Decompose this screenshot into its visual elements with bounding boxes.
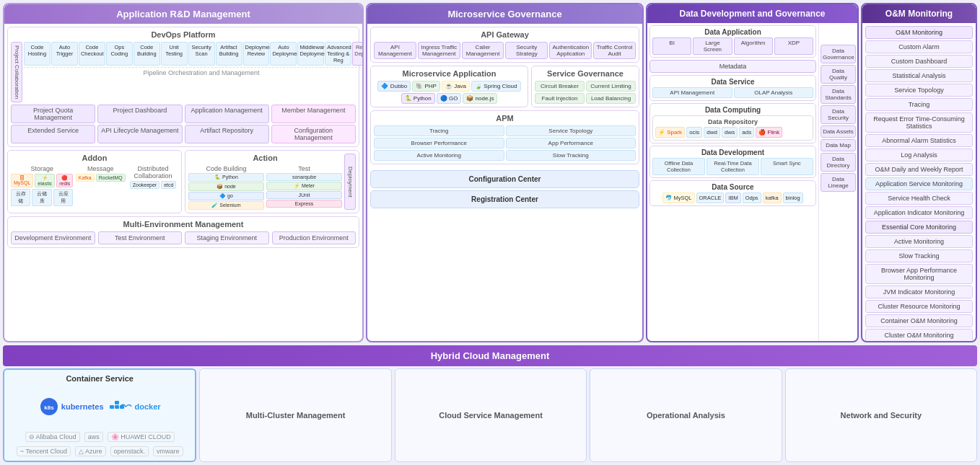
storage-icon-3: 云应用 — [53, 189, 73, 206]
tab-multi-cluster[interactable]: Multi-Cluster Management — [199, 368, 391, 462]
container-logos: k8s kubernetes docker — [39, 397, 161, 417]
vendor-alibaba: ⊖ Alibaba Cloud — [25, 432, 80, 442]
msg-icon-kafka: Kafka — [76, 174, 95, 182]
action-inner: Action Code Building 🐍 Python 📦 node 🔷 g… — [188, 154, 342, 210]
project-item: API Lifecycle Management — [97, 125, 182, 143]
svg-rect-5 — [115, 401, 119, 404]
src-binlog: binlog — [783, 192, 803, 203]
storage-icon-redis: 🔴 redis — [56, 174, 73, 187]
om-item-cluster-om[interactable]: Cluster O&M Monitoring — [865, 329, 973, 341]
data-svc-olap: OLAP Analysis — [734, 87, 814, 98]
pipeline-item: Deployment Review — [243, 42, 270, 66]
data-svc-title: Data Service — [652, 78, 813, 86]
reg-center: Registration Center — [370, 190, 639, 208]
data-app-bi: BI — [652, 37, 691, 55]
action-col-cb: Code Building — [188, 165, 264, 172]
om-item-app-svc[interactable]: Application Service Monitoring — [865, 177, 973, 190]
dist-icon-zk: Zookeeper — [130, 181, 159, 189]
storage-icon-mysql: 🗄 MySQL — [11, 174, 33, 187]
apm-section: APM Tracing Service Topology Browser Per… — [370, 110, 639, 164]
addon-message: Message Kafka RocketMQ — [75, 165, 126, 206]
addon-distributed: Distributed Collaboration Zookeeper etcd — [128, 165, 178, 206]
om-item-stats[interactable]: Statistical Analysis — [865, 69, 973, 82]
om-item-req-err[interactable]: Request Error Time-Consuming Statistics — [865, 112, 973, 133]
micro-app-title: Microservice Application — [374, 69, 525, 78]
gov-circuit: Circuit Breaker — [535, 81, 585, 92]
lang-java: ☕ Java — [442, 81, 470, 92]
apm-tracing: Tracing — [374, 125, 504, 136]
om-item-tracing[interactable]: Tracing — [865, 98, 973, 111]
om-item-monitoring[interactable]: O&M Monitoring — [865, 26, 973, 39]
src-odps: Odps — [743, 192, 761, 203]
project-item: Extended Service — [11, 125, 95, 143]
om-item-active[interactable]: Active Monitoring — [865, 235, 973, 248]
src-kafka: kafka — [763, 192, 782, 203]
om-item-alarm[interactable]: Custom Alarm — [865, 40, 973, 53]
hybrid-cloud-title: Hybrid Cloud Management — [431, 350, 550, 361]
pipeline-item: Security Scan — [188, 42, 215, 66]
action-item: 🧪 Selenium — [188, 201, 264, 210]
api-gateway-title: API Gateway — [374, 30, 636, 39]
main-content-row: Application R&D Management DevOps Platfo… — [0, 0, 980, 345]
api-gateway-section: API Gateway API Management Ingress Traff… — [370, 27, 639, 63]
om-item-weekly[interactable]: O&M Daily and Weekly Report — [865, 163, 973, 176]
om-item-dashboard[interactable]: Custom Dashboard — [865, 55, 973, 68]
data-service-section: Data Service API Management OLAP Analysi… — [649, 75, 816, 101]
label-lineage: Data Lineage — [821, 173, 856, 192]
action-item: ⚡ Meter — [266, 182, 342, 190]
data-src-title: Data Source — [652, 183, 813, 191]
om-item-health[interactable]: Service Health Check — [865, 192, 973, 205]
lang-python: 🐍 Python — [401, 93, 435, 104]
om-item-slow[interactable]: Slow Tracking — [865, 249, 973, 262]
docker-logo: docker — [110, 399, 161, 414]
lang-dubbo: 🔷 Dubbo — [377, 81, 411, 92]
tab-container-service[interactable]: Container Service k8s kubernetes — [3, 368, 196, 462]
action-item: 📦 node — [188, 182, 264, 191]
project-item: Project Dashboard — [97, 105, 182, 123]
tab-ops-analysis[interactable]: Operational Analysis — [590, 368, 782, 462]
om-item-jvm[interactable]: JVM Indicator Monitoring — [865, 285, 973, 298]
om-item-indicator[interactable]: Application Indicator Monitoring — [865, 206, 973, 219]
data-app-large: Large Screen — [693, 37, 732, 55]
label-assets: Data Assets — [821, 125, 856, 138]
om-item-cluster-res[interactable]: Cluster Resource Monitoring — [865, 300, 973, 313]
src-ibm: IBM — [725, 192, 740, 203]
action-test: Test sonarqube ⚡ Meter JUnit Express — [266, 165, 342, 210]
data-dev-title: Data Development — [652, 149, 813, 156]
apm-browser: Browser Performance — [374, 138, 504, 149]
gov-fault: Fault Injection — [535, 93, 585, 104]
devops-title: DevOps Platform — [11, 30, 356, 39]
vendor-huawei: 🌸 HUAWEI CLOUD — [108, 432, 175, 442]
repo-flink: 🍎 Flink — [756, 127, 782, 138]
centers-row: Configuration Center Registration Center — [370, 170, 639, 208]
addon-cat-msg: Message — [75, 165, 126, 172]
src-oracle: ORACLE — [696, 192, 725, 203]
apm-active: Active Monitoring — [374, 150, 504, 161]
action-item: 🐍 Python — [188, 173, 264, 182]
gw-item: Security Strategy — [505, 42, 548, 59]
tab-cloud-service[interactable]: Cloud Service Management — [395, 368, 587, 462]
om-item-core[interactable]: Essential Core Monitoring — [865, 221, 973, 234]
pipeline-item: Ops Coding — [106, 42, 133, 66]
data-content: Data Application BI Large Screen Algorit… — [647, 23, 857, 341]
svg-rect-3 — [115, 405, 119, 409]
project-item: Member Management — [271, 105, 356, 123]
label-standards: Data Standards — [821, 85, 856, 104]
data-application-section: Data Application BI Large Screen Algorit… — [649, 25, 816, 58]
om-item-abnormal[interactable]: Abnormal Alarm Statistics — [865, 134, 973, 147]
lang-spring: 🍃 Spring Cloud — [471, 81, 520, 92]
repo-ads: ads — [739, 127, 754, 138]
om-item-container[interactable]: Container O&M Monitoring — [865, 314, 973, 327]
tab-net-security[interactable]: Network and Security — [785, 368, 977, 462]
om-item-log[interactable]: Log Analysis — [865, 149, 973, 161]
storage-icon-1: 云存储 — [11, 189, 30, 206]
action-item: sonarqube — [266, 173, 342, 181]
tab-container-label: Container Service — [66, 374, 134, 383]
env-test: Test Environment — [98, 231, 183, 244]
repo-dwd: dwd — [704, 127, 720, 138]
service-gov-section: Service Governance Circuit Breaker Curre… — [531, 66, 639, 107]
vendor-aws: aws — [84, 432, 103, 442]
om-item-topology[interactable]: Service Topology — [865, 84, 973, 97]
om-item-browser[interactable]: Browser App Performance Monitoring — [865, 264, 973, 284]
apm-inner: APM Tracing Service Topology Browser Per… — [374, 114, 636, 161]
